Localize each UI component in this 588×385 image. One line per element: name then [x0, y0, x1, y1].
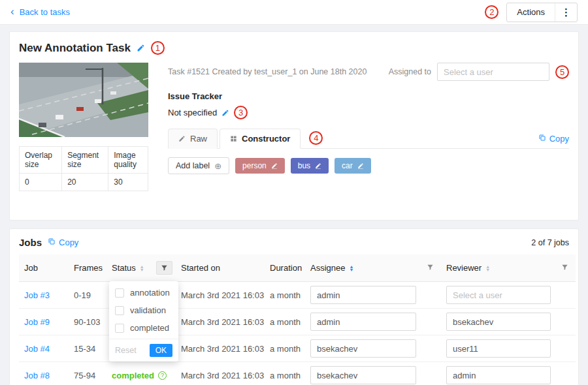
- more-actions-button[interactable]: ⋮: [555, 3, 577, 22]
- column-header-assignee[interactable]: Assignee▲▼: [305, 254, 421, 282]
- job-link[interactable]: Job #3: [24, 290, 50, 300]
- started-cell: March 3rd 2021 16:03: [176, 362, 265, 385]
- issue-tracker-value: Not specified: [168, 108, 217, 117]
- add-label-button[interactable]: Add label ⊕: [168, 157, 229, 174]
- tab-constructor-label: Constructor: [242, 134, 290, 144]
- column-header-reviewer[interactable]: Reviewer▲▼: [441, 254, 556, 282]
- job-link[interactable]: Job #8: [24, 371, 50, 380]
- task-preview-image: [19, 63, 148, 137]
- assignee-input[interactable]: [310, 339, 416, 358]
- param-header-overlap: Overlap size: [20, 147, 62, 174]
- param-value-quality: 30: [108, 174, 148, 191]
- pencil-icon: [178, 135, 186, 142]
- label-chip-person[interactable]: person: [235, 158, 285, 174]
- sort-icons-active: ▲▼: [349, 266, 353, 271]
- duration-cell: a month: [265, 282, 305, 309]
- copy-icon: [48, 238, 56, 247]
- labels-editor-tabs: Raw Constructor 4 Copy: [168, 129, 569, 149]
- annotation-number-1: 1: [151, 41, 165, 55]
- edit-issue-tracker-icon[interactable]: [221, 109, 229, 117]
- job-link[interactable]: Job #9: [24, 317, 50, 327]
- param-header-quality: Image quality: [108, 147, 148, 174]
- filter-option-label: annotation: [130, 288, 170, 298]
- assignee-filter-icon[interactable]: [427, 264, 434, 271]
- top-bar: ‹ Back to tasks 2 Actions ⋮: [0, 0, 588, 25]
- back-to-tasks-link[interactable]: ‹ Back to tasks: [10, 7, 70, 17]
- assigned-to-input[interactable]: [437, 63, 549, 81]
- assigned-to-label: Assigned to: [389, 67, 431, 76]
- filter-option-completed[interactable]: completed: [109, 319, 178, 337]
- checkbox-completed[interactable]: [115, 324, 124, 333]
- annotation-number-3: 3: [234, 106, 248, 119]
- tab-raw[interactable]: Raw: [168, 129, 218, 149]
- filter-option-label: completed: [130, 323, 169, 333]
- column-header-job: Job: [19, 254, 69, 282]
- caret-down-icon: ▼: [349, 269, 353, 271]
- frames-cell: 0-19: [69, 282, 106, 309]
- edit-title-icon[interactable]: [137, 44, 145, 52]
- jobs-title: Jobs: [19, 237, 42, 248]
- edit-label-icon[interactable]: [271, 162, 278, 169]
- checkbox-validation[interactable]: [115, 306, 124, 315]
- label-chip-bus[interactable]: bus: [291, 158, 329, 174]
- annotation-number-2: 2: [485, 5, 498, 19]
- status-cell: completed ?: [106, 362, 151, 385]
- column-header-frames: Frames: [69, 254, 106, 282]
- add-label-text: Add label: [176, 161, 210, 170]
- reviewer-input[interactable]: [446, 339, 551, 358]
- started-cell: March 3rd 2021 16:03: [176, 282, 265, 309]
- duration-cell: a month: [265, 309, 305, 335]
- sort-icons: ▲▼: [485, 266, 490, 271]
- filter-reset-button[interactable]: Reset: [115, 346, 137, 355]
- copy-icon: [538, 134, 546, 144]
- filter-ok-button[interactable]: OK: [150, 344, 172, 357]
- task-meta: Task #1521 Created by test_user_1 on Jun…: [168, 67, 367, 76]
- jobs-header-row: Job Frames Status▲▼ Started on Duration …: [19, 254, 576, 282]
- status-filter-dropdown: annotation validation completed Reset OK: [109, 281, 178, 362]
- status-filter-cell: [151, 254, 176, 282]
- checkbox-annotation[interactable]: [115, 288, 124, 298]
- column-header-status[interactable]: Status▲▼: [106, 254, 151, 282]
- filter-option-annotation[interactable]: annotation: [109, 284, 178, 301]
- annotation-number-4: 4: [309, 131, 323, 145]
- param-value-overlap: 0: [20, 174, 62, 191]
- block-icon: [230, 135, 237, 142]
- filter-option-validation[interactable]: validation: [109, 301, 178, 319]
- duration-cell: a month: [265, 335, 305, 362]
- edit-label-icon[interactable]: [357, 162, 364, 169]
- caret-down-icon: ▼: [140, 269, 144, 271]
- copy-labels-button[interactable]: Copy: [538, 134, 569, 148]
- label-chip-car[interactable]: car: [335, 158, 371, 174]
- param-value-segment: 20: [62, 174, 108, 191]
- reviewer-filter-cell: [556, 254, 576, 282]
- label-name: person: [242, 161, 267, 170]
- assignee-input[interactable]: [310, 286, 416, 304]
- actions-button-group: Actions ⋮: [506, 3, 578, 22]
- reviewer-input[interactable]: [446, 313, 551, 331]
- tab-raw-label: Raw: [190, 134, 207, 144]
- copy-jobs-button[interactable]: Copy: [48, 238, 78, 247]
- reviewer-filter-icon[interactable]: [561, 264, 568, 271]
- reviewer-input[interactable]: [446, 286, 551, 304]
- annotation-number-5: 5: [555, 65, 569, 79]
- frames-cell: 75-94: [69, 362, 106, 385]
- actions-button[interactable]: Actions: [507, 3, 555, 22]
- started-cell: March 3rd 2021 16:03: [176, 309, 265, 335]
- status-help-icon[interactable]: ?: [158, 371, 167, 380]
- edit-label-icon[interactable]: [315, 162, 321, 169]
- task-params-table: Overlap size Segment size Image quality …: [19, 146, 148, 191]
- job-link[interactable]: Job #4: [24, 344, 50, 354]
- assignee-input[interactable]: [310, 313, 416, 331]
- task-details-card: New Annotation Task 1: [9, 31, 579, 221]
- status-filter-icon[interactable]: [156, 261, 172, 275]
- sort-icons: ▲▼: [140, 266, 144, 271]
- caret-down-icon: ▼: [485, 269, 490, 271]
- reviewer-input[interactable]: [446, 366, 551, 384]
- column-header-duration: Duration: [265, 254, 305, 282]
- frames-cell: 90-103: [69, 309, 106, 335]
- tab-constructor[interactable]: Constructor: [220, 129, 301, 149]
- assignee-input[interactable]: [310, 366, 416, 384]
- filter-option-label: validation: [130, 305, 166, 315]
- vertical-dots-icon: ⋮: [561, 7, 571, 18]
- frames-cell: 15-34: [69, 335, 106, 362]
